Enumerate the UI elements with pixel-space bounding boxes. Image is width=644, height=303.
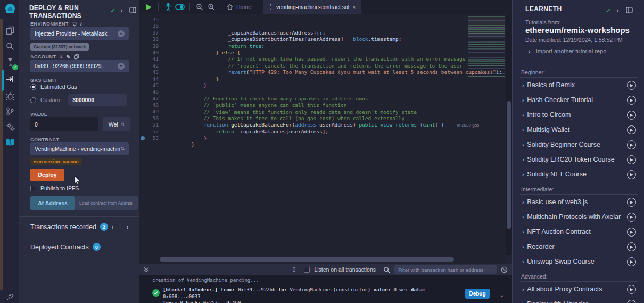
accessibility-icon[interactable] — [162, 3, 174, 11]
at-address-button[interactable]: At Address — [30, 196, 75, 210]
tutorial-item[interactable]: › All about Proxy Contracts ▶ — [520, 282, 638, 297]
fork-environment-icon[interactable] — [72, 21, 77, 27]
collapse-terminal-icon[interactable] — [143, 266, 150, 273]
search-icon[interactable] — [4, 40, 16, 53]
line-number[interactable]: 46 — [139, 89, 159, 95]
expand-tx-icon[interactable]: ⌄ — [500, 291, 503, 299]
learneth-plugin-icon[interactable] — [4, 136, 16, 149]
tutorial-item[interactable]: › Multisig Wallet ▶ — [520, 122, 638, 137]
play-tutorial-button[interactable]: ▶ — [627, 228, 636, 237]
tutorial-item[interactable]: › Solidity Beginner Course ▶ — [520, 137, 638, 152]
value-input[interactable] — [30, 117, 98, 131]
pin-panel-icon[interactable] — [129, 7, 136, 13]
close-tab-icon[interactable]: × — [352, 4, 356, 10]
editor-horizontal-scrollbar[interactable] — [139, 255, 506, 264]
line-number[interactable]: 50 — [139, 115, 159, 122]
contract-select[interactable]: VendingMachine - vending-machin ⇅ — [30, 142, 129, 155]
listen-all-checkbox[interactable] — [304, 267, 310, 273]
account-select[interactable]: 0xf39...92266 (9999.99929... ▾ — [30, 60, 129, 72]
tutorial-item[interactable]: › Multichain Protocols with Axelar ▶ — [520, 209, 638, 224]
line-number[interactable]: 52 — [139, 129, 159, 135]
scrollbar-thumb[interactable] — [160, 257, 454, 262]
estimated-gas-option[interactable]: Estimated Gas — [30, 83, 77, 90]
deploy-button[interactable]: Deploy — [30, 169, 64, 181]
tutorial-item[interactable]: › Deploy with Libraries ▶ — [520, 297, 638, 303]
publish-ipfs-row[interactable]: Publish to IPFS — [30, 185, 79, 191]
tutorial-item[interactable]: › NFT Auction Contract ▶ — [520, 224, 638, 239]
sign-message-icon[interactable]: ✎ — [66, 54, 71, 60]
tab-active-file[interactable]: vending-machine-contract.sol × — [263, 0, 361, 14]
zoom-out-icon[interactable] — [194, 3, 205, 11]
play-tutorial-button[interactable]: ▶ — [627, 96, 636, 105]
play-tutorial-button[interactable]: ▶ — [627, 81, 636, 90]
tutorial-item[interactable]: › Recorder ▶ — [520, 239, 638, 254]
zoom-in-icon[interactable] — [205, 3, 217, 11]
git-icon[interactable] — [4, 105, 16, 118]
estimated-gas-radio[interactable] — [30, 84, 36, 90]
tutorial-item[interactable]: › Uniswap Swap Course ▶ — [520, 254, 638, 269]
transactions-info-icon[interactable]: i — [112, 224, 113, 230]
play-tutorial-button[interactable]: ▶ — [627, 170, 636, 179]
play-tutorial-button[interactable]: ▶ — [627, 285, 636, 294]
line-number[interactable]: 51 — [139, 122, 159, 128]
line-number[interactable]: 45 — [139, 82, 159, 89]
line-number[interactable]: 36 — [139, 23, 159, 29]
line-number[interactable]: 42 — [139, 63, 159, 69]
play-tutorial-button[interactable]: ▶ — [627, 140, 636, 149]
at-address-input[interactable] — [75, 196, 138, 210]
line-number[interactable]: 39 — [139, 43, 159, 49]
deployed-contracts-row[interactable]: Deployed Contracts 0 — [30, 243, 101, 251]
play-tutorial-button[interactable]: ▶ — [627, 111, 636, 120]
file-explorer-icon[interactable] — [4, 24, 16, 37]
line-number[interactable]: 49 — [139, 108, 159, 115]
environment-select[interactable]: Injected Provider - MetaMask ▾ — [30, 27, 129, 40]
remix-logo[interactable] — [4, 3, 16, 15]
code-editor[interactable]: 35 _cupcakeBalances[userAddress]++; 36 _… — [139, 14, 512, 255]
transactions-expand-icon[interactable]: › — [127, 224, 129, 230]
plugin-connector-icon[interactable] — [4, 290, 16, 303]
deploy-run-icon[interactable] — [4, 73, 16, 86]
pin-panel-icon[interactable] — [626, 7, 633, 13]
play-tutorial-button[interactable]: ▶ — [627, 300, 636, 303]
debugger-icon[interactable] — [4, 90, 16, 103]
solidity-compiler-icon[interactable]: ✓ — [4, 56, 16, 69]
line-number[interactable]: 47 — [139, 96, 159, 102]
terminal-filter-input[interactable] — [394, 265, 497, 274]
transaction-log-row[interactable]: [block:1 txIndex:-] from: 0xf39...92266 … — [139, 287, 512, 303]
scrollbar-thumb[interactable] — [507, 101, 511, 229]
play-tutorial-button[interactable]: ▶ — [627, 198, 636, 207]
line-number[interactable]: 38 — [139, 36, 159, 43]
transactions-recorded-row[interactable]: Transactions recorded 2 i › — [30, 223, 128, 231]
value-unit-select[interactable]: Wei ⇅ — [103, 117, 130, 131]
tab-home[interactable]: Home — [221, 0, 257, 14]
line-number[interactable]: 35 — [139, 16, 159, 23]
play-tutorial-button[interactable]: ▶ — [627, 125, 636, 134]
custom-gas-option[interactable]: Custom — [30, 94, 127, 106]
minimap-slider[interactable] — [468, 16, 505, 38]
line-number[interactable]: 40 — [139, 49, 159, 56]
line-number[interactable]: 48 — [139, 102, 159, 108]
play-tutorial-button[interactable]: ▶ — [627, 242, 636, 251]
tutorial-item[interactable]: › Intro to Circom ▶ — [520, 107, 638, 122]
tutorial-item[interactable]: › Basics of Remix ▶ — [520, 78, 638, 92]
line-number[interactable]: 44 — [139, 76, 159, 82]
editor-vertical-scrollbar[interactable] — [506, 14, 512, 255]
custom-gas-radio[interactable] — [30, 97, 36, 103]
line-number[interactable]: 43 — [139, 69, 159, 75]
play-tutorial-button[interactable]: ▶ — [627, 213, 636, 222]
line-number[interactable]: 53 — [139, 135, 159, 141]
environment-info-icon[interactable]: i — [80, 21, 82, 27]
terminal-bar[interactable]: 0 Listen on all transactions — [139, 264, 512, 275]
clear-console-icon[interactable] — [501, 266, 508, 273]
copy-account-icon[interactable] — [74, 54, 79, 60]
tutorial-item[interactable]: › Basic use of web3.js ▶ — [520, 195, 638, 209]
custom-gas-input[interactable] — [68, 94, 127, 106]
debug-button[interactable]: Debug — [465, 289, 490, 299]
play-tutorial-button[interactable]: ▶ — [627, 155, 636, 164]
tutorial-item[interactable]: › Hash Checker Tutorial ▶ — [520, 92, 638, 107]
play-tutorial-button[interactable]: ▶ — [627, 257, 636, 266]
tutorial-item[interactable]: › Solidity NFT Course ▶ — [520, 167, 638, 182]
expand-panel-icon[interactable]: › — [617, 7, 619, 13]
tutorial-item[interactable]: › Solidity ERC20 Token Course ▶ — [520, 152, 638, 167]
line-number[interactable]: 37 — [139, 30, 159, 36]
